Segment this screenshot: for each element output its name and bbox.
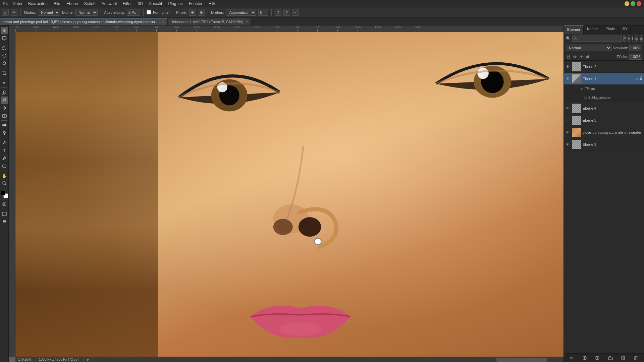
- select-tool[interactable]: [1, 44, 8, 52]
- formgitter-checkbox[interactable]: [147, 10, 151, 14]
- gradient-tool[interactable]: [1, 122, 8, 129]
- menu-hilfe[interactable]: Hilfe: [206, 1, 219, 7]
- layer-item-ebene3[interactable]: 👁 Ebene 3: [564, 138, 644, 150]
- hand-tool[interactable]: ✋: [1, 172, 8, 179]
- layer-item-ebene2[interactable]: 👁 Ebene 2: [564, 61, 644, 73]
- opacity-input[interactable]: [629, 45, 642, 51]
- add-style-button[interactable]: fx: [568, 355, 575, 361]
- clone-tool[interactable]: [1, 104, 8, 112]
- home-icon[interactable]: ⌂: [2, 9, 9, 16]
- tab-1-close[interactable]: ✕: [162, 20, 165, 24]
- lock-all-btn[interactable]: [585, 54, 590, 59]
- foreground-color[interactable]: [1, 191, 5, 195]
- canvas-container[interactable]: [15, 32, 564, 357]
- layer-visibility-ebene2[interactable]: 👁: [565, 64, 571, 69]
- pen-tool[interactable]: [1, 139, 8, 146]
- dichte-select[interactable]: Normal: [75, 9, 98, 16]
- layer-visibility-ebene1[interactable]: 👁: [565, 76, 571, 81]
- tab-3d[interactable]: 3D: [619, 25, 631, 34]
- scroll-thumb-h[interactable]: [496, 358, 547, 362]
- new-group-button[interactable]: [607, 355, 614, 361]
- artboard-tool[interactable]: [1, 35, 8, 42]
- layer-filter-kind[interactable]: P: [623, 36, 626, 42]
- brush-tool[interactable]: [1, 97, 8, 104]
- shape-tool[interactable]: [1, 162, 8, 170]
- horizontal-scrollbar[interactable]: 179,92% | 1300 Px x 4765 Px (72 ppi) | ▶: [15, 357, 564, 362]
- menu-bearbeiten[interactable]: Bearbeiten: [25, 1, 50, 7]
- add-mask-button[interactable]: [581, 355, 588, 361]
- layer-search-input[interactable]: [572, 36, 622, 42]
- layer-effect-schlagschatten[interactable]: ◎ Schlagschatten: [564, 94, 644, 102]
- brush-options-icon[interactable]: ✏: [11, 9, 17, 16]
- modus-select[interactable]: Normal: [38, 9, 60, 16]
- ausbreitung-input[interactable]: [127, 9, 140, 16]
- lock-position-btn[interactable]: [579, 54, 584, 59]
- lock-image-btn[interactable]: [572, 54, 578, 59]
- dodge-tool[interactable]: [1, 129, 8, 137]
- extra-tools[interactable]: [1, 218, 8, 225]
- layer-filter-mode[interactable]: ◎: [635, 36, 638, 42]
- layer-item-photo[interactable]: 👁 close-up-young-c...-male-in-sweater: [564, 126, 644, 138]
- new-fill-button[interactable]: [594, 355, 601, 361]
- zoom-tool[interactable]: [1, 180, 8, 187]
- angle-input[interactable]: [258, 9, 268, 16]
- tab-layers[interactable]: Ebenen: [564, 25, 584, 34]
- menu-fenster[interactable]: Fenster: [186, 1, 205, 7]
- tab-channels[interactable]: Kanäle: [584, 25, 602, 34]
- layer-filter-name[interactable]: A: [628, 36, 631, 42]
- menu-3d[interactable]: 3D: [135, 1, 146, 7]
- tab-paths[interactable]: Pfade: [602, 25, 619, 34]
- menu-filter[interactable]: Filter: [120, 1, 135, 7]
- drehen-select[interactable]: Automatisch: [226, 9, 256, 16]
- pinsel-icon2[interactable]: ⊕: [198, 9, 205, 16]
- menu-ebene[interactable]: Ebene: [64, 1, 81, 7]
- blend-mode-select[interactable]: Normal: [566, 45, 611, 51]
- maximize-button[interactable]: □: [631, 1, 635, 6]
- tab-1[interactable]: tattoo und piercings.psd bei 13,8% (clos…: [0, 18, 168, 25]
- layer-item-ebene5[interactable]: 👁 Ebene 5: [564, 114, 644, 126]
- minimize-button[interactable]: −: [625, 1, 629, 6]
- layer-item-ebene4[interactable]: 👁 Ebene 4: [564, 102, 644, 114]
- path-select-tool[interactable]: [1, 155, 8, 162]
- menu-bild[interactable]: Bild: [51, 1, 63, 7]
- layer-item-ebene1[interactable]: 👁 Ebene 1 fx: [564, 73, 644, 85]
- change-screen-mode[interactable]: [1, 210, 8, 218]
- reset-icon[interactable]: ↻: [283, 9, 290, 16]
- layer-visibility-ebene5[interactable]: 👁: [565, 118, 571, 123]
- pinsel-icon[interactable]: ⊕: [189, 9, 196, 16]
- menu-datei[interactable]: Datei: [10, 1, 25, 7]
- new-layer-button[interactable]: [620, 355, 627, 361]
- layer-filter-effect[interactable]: f: [632, 36, 633, 42]
- layer-fx-ebene1[interactable]: fx: [635, 77, 638, 80]
- layer-filter-attr[interactable]: ⊕: [640, 36, 643, 42]
- foreground-background-colors[interactable]: [1, 191, 8, 198]
- divider-2: [101, 9, 101, 16]
- eyedropper-tool[interactable]: ✒: [1, 79, 8, 86]
- quick-select-tool[interactable]: [1, 60, 8, 67]
- move-tool[interactable]: ✥: [1, 27, 8, 34]
- delete-layer-button[interactable]: [633, 355, 640, 361]
- spot-heal-tool[interactable]: [1, 89, 8, 96]
- layer-visibility-ebene4[interactable]: 👁: [565, 106, 571, 111]
- quick-mask-tool[interactable]: [1, 200, 8, 208]
- lasso-tool[interactable]: [1, 52, 8, 59]
- menu-ansicht[interactable]: Ansicht: [146, 1, 165, 7]
- layer-visibility-ebene3[interactable]: 👁: [565, 142, 571, 147]
- history-icon[interactable]: ↺: [275, 9, 281, 16]
- menu-bar: Ps Datei Bearbeiten Bild Ebene Schrift A…: [0, 0, 644, 7]
- menu-auswahl[interactable]: Auswahl: [99, 1, 119, 7]
- close-button[interactable]: ✕: [637, 1, 641, 6]
- layer-visibility-photo[interactable]: 👁: [565, 130, 571, 135]
- menu-schrift[interactable]: Schrift: [82, 1, 98, 7]
- menu-plugins[interactable]: Plug-ins: [165, 1, 185, 7]
- lock-transparent-btn[interactable]: [566, 54, 571, 59]
- layer-effect-effekte[interactable]: ▼ Effekte: [564, 85, 644, 94]
- tab-2[interactable]: Unbenannt-1 bei 179% (Ebene 5, CMYK/8#) …: [168, 18, 251, 25]
- text-tool[interactable]: T: [1, 147, 8, 154]
- eraser-tool[interactable]: [1, 112, 8, 119]
- tab-2-close[interactable]: ✕: [245, 20, 248, 23]
- ruler-left: [9, 32, 15, 357]
- confirm-icon[interactable]: ✓: [292, 9, 299, 16]
- fill-input[interactable]: [629, 54, 642, 60]
- crop-tool[interactable]: [1, 69, 8, 77]
